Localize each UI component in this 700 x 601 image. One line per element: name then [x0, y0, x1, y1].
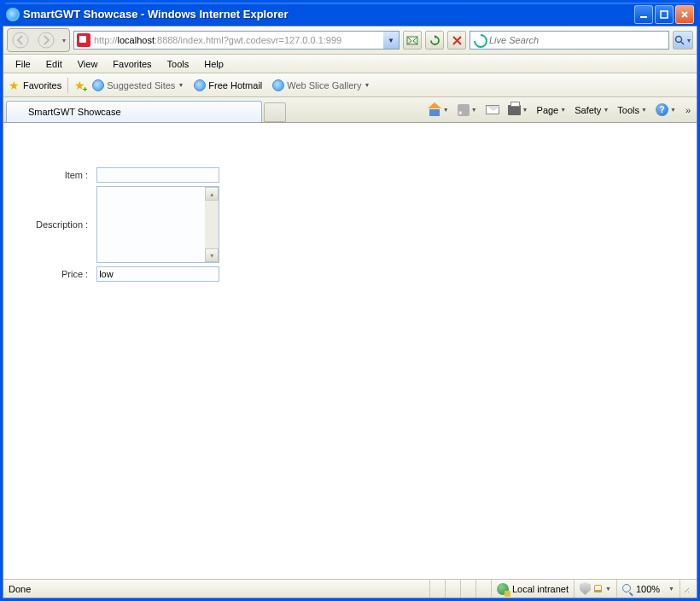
rss-icon — [458, 104, 470, 116]
scroll-track[interactable] — [205, 201, 219, 248]
svg-point-5 — [675, 37, 681, 43]
compat-view-button[interactable] — [403, 31, 422, 50]
history-dropdown[interactable]: ▼ — [59, 29, 69, 51]
navigation-bar: ▼ http://localhost:8888/index.html?gwt.c… — [3, 26, 697, 55]
read-mail-button[interactable] — [483, 103, 502, 116]
menu-tools[interactable]: Tools — [160, 57, 196, 71]
status-bar: Done Local intranet ▼ 100% ▼ — [3, 579, 697, 598]
address-dropdown[interactable]: ▼ — [383, 32, 399, 49]
window-title: SmartGWT Showcase - Windows Internet Exp… — [23, 8, 634, 20]
security-zone[interactable]: Local intranet — [491, 580, 574, 598]
back-forward-group: ▼ — [7, 28, 70, 52]
price-input[interactable] — [96, 266, 219, 282]
menu-bar: File Edit View Favorites Tools Help — [3, 55, 697, 73]
tab-icon — [12, 106, 24, 118]
tab-bar: SmartGWT Showcase ▼ ▼ ▼ Page ▼ Safety ▼ … — [3, 97, 697, 123]
resize-grip[interactable] — [680, 580, 691, 598]
tab-label: SmartGWT Showcase — [28, 107, 121, 117]
menu-view[interactable]: View — [71, 57, 105, 71]
overflow-button[interactable]: » — [685, 105, 691, 115]
status-cell — [445, 580, 460, 598]
site-icon — [272, 79, 284, 91]
price-label: Price : — [36, 266, 91, 282]
svg-rect-1 — [661, 11, 668, 18]
browser-window: SmartGWT Showcase - Windows Internet Exp… — [0, 0, 700, 601]
menu-file[interactable]: File — [9, 57, 38, 71]
form: Item : Description : ▲ ▼ — [31, 164, 225, 285]
favorites-bar: ★ Favorites ★ Suggested Sites ▼ Free Hot… — [3, 73, 697, 97]
description-label: Description : — [36, 186, 91, 263]
forward-button[interactable] — [33, 29, 59, 51]
favorites-label[interactable]: Favorites — [23, 80, 61, 90]
zoom-label: 100% — [636, 584, 660, 594]
zoom-control[interactable]: 100% ▼ — [616, 580, 680, 598]
print-icon — [508, 105, 521, 115]
ie-icon — [6, 8, 20, 21]
protected-mode[interactable]: ▼ — [574, 580, 616, 598]
suggested-sites-link[interactable]: Suggested Sites ▼ — [89, 78, 187, 93]
menu-help[interactable]: Help — [197, 57, 230, 71]
stop-button[interactable] — [447, 31, 466, 50]
help-icon: ? — [656, 103, 668, 116]
feeds-button[interactable]: ▼ — [455, 102, 480, 118]
titlebar[interactable]: SmartGWT Showcase - Windows Internet Exp… — [3, 3, 697, 26]
new-tab-button[interactable] — [264, 102, 286, 122]
description-textarea[interactable] — [97, 187, 205, 262]
command-bar: ▼ ▼ ▼ Page ▼ Safety ▼ Tools ▼ ?▼ » — [425, 97, 694, 122]
svg-rect-0 — [640, 16, 647, 18]
site-icon — [77, 33, 90, 47]
menu-favorites[interactable]: Favorites — [106, 57, 158, 71]
scroll-up-button[interactable]: ▲ — [205, 187, 219, 201]
favorites-star-icon[interactable]: ★ — [9, 79, 20, 92]
tab-active[interactable]: SmartGWT Showcase — [6, 101, 262, 122]
item-input[interactable] — [96, 167, 219, 183]
mail-icon — [486, 105, 499, 114]
status-cell — [475, 580, 491, 598]
maximize-button[interactable] — [655, 5, 674, 24]
site-icon — [194, 79, 206, 91]
item-label: Item : — [36, 167, 91, 183]
bing-icon — [474, 34, 486, 46]
close-button[interactable] — [675, 5, 694, 24]
web-slice-link[interactable]: Web Slice Gallery ▼ — [269, 78, 373, 93]
svg-point-2 — [13, 32, 28, 48]
help-button[interactable]: ?▼ — [653, 102, 679, 118]
address-bar[interactable]: http://localhost:8888/index.html?gwt.cod… — [73, 31, 400, 50]
minimize-button[interactable] — [634, 5, 653, 24]
textarea-scrollbar[interactable]: ▲ ▼ — [205, 187, 219, 262]
search-button[interactable]: ▼ — [673, 31, 693, 50]
safety-menu[interactable]: Safety ▼ — [572, 103, 611, 117]
refresh-button[interactable] — [425, 31, 444, 50]
free-hotmail-link[interactable]: Free Hotmail — [190, 78, 265, 93]
menu-edit[interactable]: Edit — [39, 57, 69, 71]
tools-menu[interactable]: Tools ▼ — [615, 103, 650, 117]
status-cell — [429, 580, 445, 598]
back-button[interactable] — [8, 29, 33, 51]
separator — [67, 78, 68, 93]
zone-label: Local intranet — [512, 584, 569, 594]
add-favorite-icon[interactable]: ★ — [74, 79, 85, 92]
search-input[interactable] — [489, 35, 668, 45]
home-button[interactable]: ▼ — [425, 102, 452, 118]
home-icon — [428, 104, 441, 116]
search-box[interactable] — [470, 31, 669, 50]
status-text: Done — [9, 584, 31, 594]
print-button[interactable]: ▼ — [505, 103, 531, 117]
url-text[interactable]: http://localhost:8888/index.html?gwt.cod… — [93, 35, 383, 45]
zone-icon — [497, 583, 509, 595]
browser-chrome: ▼ http://localhost:8888/index.html?gwt.c… — [3, 26, 697, 598]
lock-icon — [594, 585, 602, 592]
svg-point-3 — [38, 32, 54, 48]
site-icon — [92, 79, 104, 91]
page-menu[interactable]: Page ▼ — [534, 103, 569, 117]
scroll-down-button[interactable]: ▼ — [205, 248, 219, 262]
zoom-icon — [622, 584, 633, 594]
status-cell — [460, 580, 475, 598]
page-content: Item : Description : ▲ ▼ — [3, 123, 697, 579]
description-field: ▲ ▼ — [96, 186, 219, 263]
shield-icon — [580, 582, 591, 595]
